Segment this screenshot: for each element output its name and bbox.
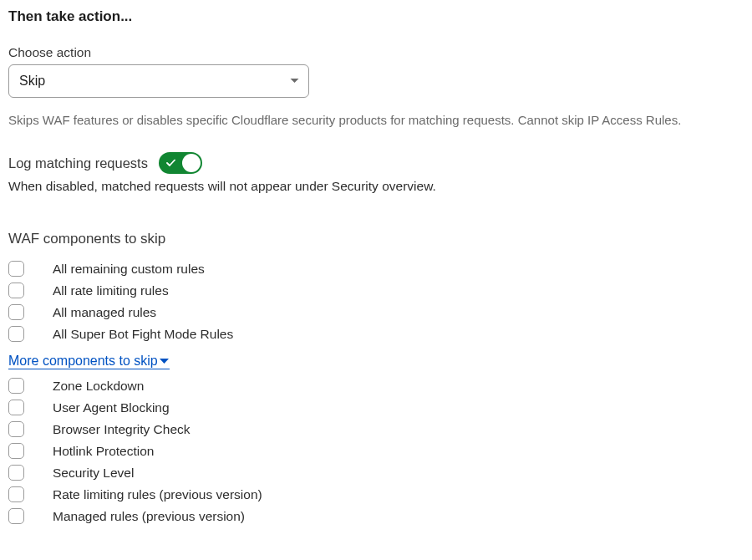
checkbox[interactable] [8,400,24,415]
list-item: Rate limiting rules (previous version) [8,486,744,502]
checkbox-label: Browser Integrity Check [53,422,191,437]
list-item: All remaining custom rules [8,261,744,277]
skip-title: WAF components to skip [8,231,744,247]
log-hint: When disabled, matched requests will not… [8,179,744,194]
checkbox[interactable] [8,486,24,502]
checkbox[interactable] [8,261,24,277]
list-item: Security Level [8,465,744,481]
action-select[interactable]: Skip [8,64,309,98]
log-toggle[interactable] [159,152,202,174]
action-label: Choose action [8,45,744,60]
list-item: All managed rules [8,304,744,320]
more-components-toggle[interactable]: More components to skip [8,354,170,369]
checkbox[interactable] [8,508,24,524]
checkbox[interactable] [8,465,24,481]
checkbox-label: Zone Lockdown [53,379,144,394]
checkbox-label: Hotlink Protection [53,444,154,459]
checkbox[interactable] [8,326,24,342]
checkbox-label: Security Level [53,466,134,481]
check-icon [166,160,175,167]
checkbox-label: Managed rules (previous version) [53,509,245,524]
more-checkbox-list: Zone Lockdown User Agent Blocking Browse… [8,378,744,524]
list-item: All Super Bot Fight Mode Rules [8,326,744,342]
list-item: User Agent Blocking [8,400,744,415]
checkbox[interactable] [8,421,24,437]
checkbox[interactable] [8,378,24,394]
log-toggle-label: Log matching requests [8,155,148,171]
checkbox[interactable] [8,304,24,320]
checkbox[interactable] [8,443,24,459]
more-components-label: More components to skip [8,354,158,369]
toggle-knob [182,154,201,172]
action-select-value: Skip [19,74,45,89]
checkbox-label: Rate limiting rules (previous version) [53,487,262,502]
checkbox-label: All remaining custom rules [53,262,205,277]
list-item: Managed rules (previous version) [8,508,744,524]
list-item: Hotlink Protection [8,443,744,459]
primary-checkbox-list: All remaining custom rules All rate limi… [8,261,744,342]
checkbox-label: All managed rules [53,305,156,320]
caret-down-icon [159,358,170,365]
checkbox[interactable] [8,283,24,298]
list-item: Browser Integrity Check [8,421,744,437]
section-title: Then take action... [8,8,744,25]
checkbox-label: All Super Bot Fight Mode Rules [53,327,233,342]
list-item: Zone Lockdown [8,378,744,394]
list-item: All rate limiting rules [8,283,744,298]
action-description: Skips WAF features or disables specific … [8,113,744,127]
checkbox-label: User Agent Blocking [53,400,170,415]
checkbox-label: All rate limiting rules [53,283,169,298]
